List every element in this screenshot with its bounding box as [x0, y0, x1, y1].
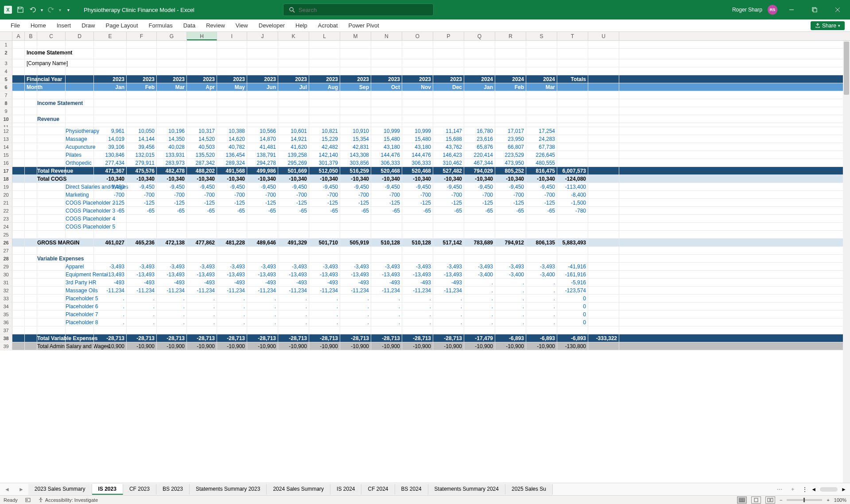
cell-O12[interactable]: 10,999 — [402, 127, 433, 135]
cell-Q22[interactable]: -65 — [464, 207, 495, 214]
cell-G29[interactable]: -3,493 — [157, 263, 187, 270]
cell-Q19[interactable]: -9,450 — [464, 183, 495, 190]
cell-I8[interactable] — [217, 99, 247, 107]
zoom-slider[interactable] — [787, 499, 822, 501]
cell-O16[interactable]: 306,333 — [402, 159, 433, 167]
cell-L38[interactable]: -28,713 — [309, 334, 340, 342]
cell-L17[interactable]: 512,050 — [309, 167, 340, 174]
cell-G14[interactable]: 40,028 — [157, 143, 187, 151]
cell-T18[interactable]: -124,080 — [557, 175, 588, 182]
cell-A26[interactable] — [12, 239, 25, 246]
cell-N3[interactable] — [371, 59, 402, 67]
cell-F11[interactable] — [127, 123, 157, 127]
cell-R6[interactable]: Feb — [495, 83, 526, 91]
cell-Q2[interactable] — [464, 49, 495, 59]
cell-K1[interactable] — [278, 41, 309, 48]
cell-A13[interactable] — [12, 135, 25, 143]
qat-dropdown-icon[interactable]: ▾ — [67, 8, 70, 12]
cell-M33[interactable]: . — [340, 295, 371, 302]
cell-O15[interactable]: 144,476 — [402, 151, 433, 159]
cell-U24[interactable] — [588, 223, 619, 230]
cell-E34[interactable]: . — [94, 302, 127, 310]
cell-P25[interactable] — [433, 231, 464, 238]
cell-E22[interactable]: -65 — [94, 207, 127, 214]
cell-Q24[interactable] — [464, 223, 495, 230]
cell-I7[interactable] — [217, 91, 247, 99]
cell-N34[interactable]: . — [371, 302, 402, 310]
cell-O33[interactable]: . — [402, 295, 433, 302]
cell-H10[interactable] — [187, 115, 217, 123]
cell-M2[interactable] — [340, 49, 371, 59]
cell-J19[interactable]: -9,450 — [247, 183, 278, 190]
cell-L1[interactable] — [309, 41, 340, 48]
cell-E15[interactable]: 130,846 — [94, 151, 127, 159]
cell-O28[interactable] — [402, 255, 433, 262]
cell-R23[interactable] — [495, 215, 526, 222]
cell-L16[interactable]: 301,379 — [309, 159, 340, 167]
cell-N20[interactable]: -700 — [371, 191, 402, 198]
cell-C21[interactable] — [37, 199, 66, 206]
column-header-I[interactable]: I — [217, 32, 247, 40]
cell-L31[interactable]: -493 — [309, 279, 340, 286]
cell-D24[interactable]: COGS Placeholder 5 — [66, 223, 94, 230]
cell-Q15[interactable]: 220,414 — [464, 151, 495, 159]
cell-M9[interactable] — [340, 107, 371, 115]
cell-L8[interactable] — [309, 99, 340, 107]
cell-E9[interactable] — [94, 107, 127, 115]
cell-G33[interactable]: . — [157, 295, 187, 302]
sheet-tab-2023-sales-summary[interactable]: 2023 Sales Summary — [28, 484, 92, 495]
cell-H5[interactable]: 2023 — [187, 75, 217, 83]
cell-T30[interactable]: -161,916 — [557, 271, 588, 278]
cell-B34[interactable] — [25, 302, 37, 310]
cell-J8[interactable] — [247, 99, 278, 107]
cell-R9[interactable] — [495, 107, 526, 115]
cell-Q39[interactable]: -10,900 — [464, 342, 495, 350]
cell-O34[interactable]: . — [402, 302, 433, 310]
cell-S16[interactable]: 480,555 — [526, 159, 557, 167]
cell-G16[interactable]: 283,973 — [157, 159, 187, 167]
cell-F2[interactable] — [127, 49, 157, 59]
cell-Q21[interactable]: -125 — [464, 199, 495, 206]
cell-R33[interactable]: . — [495, 295, 526, 302]
search-box[interactable] — [283, 4, 434, 16]
cell-C3[interactable] — [37, 59, 66, 67]
cell-E13[interactable]: 14,019 — [94, 135, 127, 143]
cell-J11[interactable] — [247, 123, 278, 127]
cell-U38[interactable]: -333,322 — [588, 334, 619, 342]
cell-D34[interactable]: Placeholder 6 — [66, 302, 94, 310]
cell-L27[interactable] — [309, 247, 340, 254]
row-header-34[interactable]: 34 — [0, 302, 12, 310]
cell-U34[interactable] — [588, 302, 619, 310]
row-header-8[interactable]: 8 — [0, 99, 12, 107]
row-header-26[interactable]: 26 — [0, 239, 12, 246]
cell-K3[interactable] — [278, 59, 309, 67]
cell-L7[interactable] — [309, 91, 340, 99]
cell-L19[interactable]: -9,450 — [309, 183, 340, 190]
cell-M5[interactable]: 2023 — [340, 75, 371, 83]
sheet-tab-2025-sales-su[interactable]: 2025 Sales Su — [505, 484, 553, 495]
cell-R27[interactable] — [495, 247, 526, 254]
cell-H2[interactable] — [187, 49, 217, 59]
cell-P18[interactable]: -10,340 — [433, 175, 464, 182]
cell-F37[interactable] — [127, 326, 157, 334]
cell-B8[interactable] — [25, 99, 37, 107]
cell-F35[interactable]: . — [127, 310, 157, 318]
cell-B5[interactable]: Financial Year — [25, 75, 37, 83]
cell-P27[interactable] — [433, 247, 464, 254]
cell-U20[interactable] — [588, 191, 619, 198]
cell-E7[interactable] — [94, 91, 127, 99]
cell-S22[interactable]: -65 — [526, 207, 557, 214]
ribbon-tab-power-pivot[interactable]: Power Pivot — [343, 20, 384, 31]
row-header-24[interactable]: 24 — [0, 223, 12, 230]
cell-P1[interactable] — [433, 41, 464, 48]
row-header-20[interactable]: 20 — [0, 191, 12, 198]
cell-K12[interactable]: 10,601 — [278, 127, 309, 135]
cell-Q18[interactable]: -10,340 — [464, 175, 495, 182]
cell-D22[interactable]: COGS Placeholder 3 — [66, 207, 94, 214]
cell-T19[interactable]: -113,400 — [557, 183, 588, 190]
cell-E37[interactable] — [94, 326, 127, 334]
cell-M28[interactable] — [340, 255, 371, 262]
cell-Q28[interactable] — [464, 255, 495, 262]
cell-F30[interactable]: -13,493 — [127, 271, 157, 278]
cell-S21[interactable]: -125 — [526, 199, 557, 206]
